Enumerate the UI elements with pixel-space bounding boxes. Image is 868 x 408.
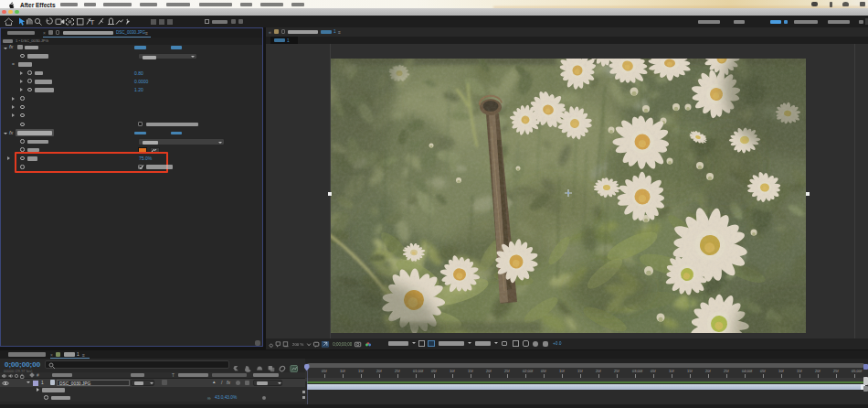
svg-text:0;00;00;00: 0;00;00;00 — [333, 342, 353, 347]
svg-text:T: T — [90, 18, 95, 27]
svg-text:200 %: 200 % — [292, 342, 303, 347]
